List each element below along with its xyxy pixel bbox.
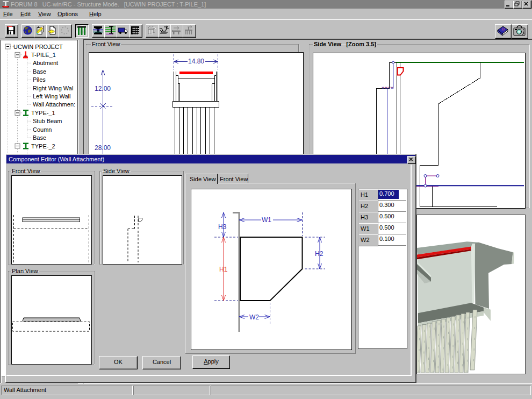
svg-text:T-PILE_1: T-PILE_1	[31, 52, 56, 58]
svg-text:UCWIN PROJECT: UCWIN PROJECT	[13, 44, 63, 50]
svg-text:H2: H2	[315, 250, 323, 258]
svg-text:28.00: 28.00	[95, 144, 111, 152]
svg-text:Abutment: Abutment	[33, 60, 58, 66]
svg-text:Base: Base	[33, 134, 46, 141]
svg-text:Base: Base	[33, 68, 46, 75]
svg-text:TYPE-_1: TYPE-_1	[31, 110, 55, 116]
svg-text:Right Wing Wal: Right Wing Wal	[33, 85, 73, 91]
svg-text:Left Wing Wall: Left Wing Wall	[33, 93, 71, 99]
svg-text:Piles: Piles	[33, 76, 46, 83]
svg-text:12.00: 12.00	[95, 85, 111, 92]
svg-text:Coumn: Coumn	[33, 126, 52, 133]
svg-text:14.80: 14.80	[188, 58, 204, 65]
svg-text:H3: H3	[218, 223, 227, 231]
svg-text:W1: W1	[262, 216, 271, 224]
svg-text:Wall Attachmen:: Wall Attachmen:	[33, 101, 75, 108]
svg-text:W2: W2	[249, 314, 259, 321]
svg-text:TYPE-_2: TYPE-_2	[31, 143, 55, 149]
svg-text:Stub Beam: Stub Beam	[33, 118, 62, 124]
svg-text:H1: H1	[219, 266, 228, 273]
